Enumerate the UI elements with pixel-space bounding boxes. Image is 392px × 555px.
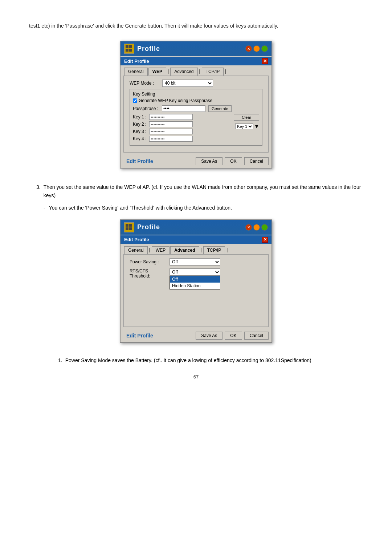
power-saving-row: Power Saving : Off On xyxy=(130,258,262,266)
keys-and-buttons: Key 1 : Key 2 : Key 3 : Key 4 : xyxy=(133,114,259,143)
title-left-1: Profile xyxy=(124,44,160,54)
close-btn-title-2[interactable]: ✕ xyxy=(245,224,252,231)
page-number: 67 xyxy=(29,374,363,380)
tabs-row-2: General | WEP Advanced | TCP/IP | xyxy=(121,244,271,254)
dropdown-arrow-1: ▼ xyxy=(254,123,259,129)
key-select[interactable]: Key 1 Key 2 Key 3 Key 4 xyxy=(235,123,253,129)
tab-general-1[interactable]: General xyxy=(124,68,148,76)
dropdown-item-off[interactable]: Off xyxy=(170,276,220,283)
save-as-button-1[interactable]: Save As xyxy=(196,157,222,165)
tab-advanced-2[interactable]: Advanced xyxy=(170,246,199,254)
footer-label-2: Edit Profile xyxy=(123,331,156,340)
wep-mode-select[interactable]: 40 bit 128 bit xyxy=(162,80,213,87)
dialog1-container: Profile ✕ Edit Profile ✕ General WEP | A… xyxy=(29,41,363,169)
key2-row: Key 2 : xyxy=(133,121,231,127)
edit-profile-label-2: Edit Profile xyxy=(124,237,149,242)
keys-column: Key 1 : Key 2 : Key 3 : Key 4 : xyxy=(133,114,231,143)
bullet-text: You can set the 'Power Saving' and 'Thre… xyxy=(49,204,232,212)
tab-wep-1[interactable]: WEP xyxy=(148,68,166,76)
generate-wep-checkbox[interactable] xyxy=(133,98,137,103)
key1-input[interactable] xyxy=(149,114,193,120)
dialog-body-2: Power Saving : Off On RTS/CTS Threshold:… xyxy=(123,254,269,327)
minimize-btn-2[interactable] xyxy=(253,224,260,231)
item3-number: 3. xyxy=(36,183,41,199)
tab-tcpip-2[interactable]: TCP/IP xyxy=(203,246,225,254)
generate-button[interactable]: Generate xyxy=(208,105,232,112)
edit-profile-bar-2: Edit Profile ✕ xyxy=(121,235,271,244)
key4-row: Key 4 : xyxy=(133,136,231,142)
maximize-btn-2[interactable] xyxy=(261,224,268,231)
rts-select[interactable]: Off Hidden Station xyxy=(170,268,220,276)
tab-sep-4: | xyxy=(148,246,151,254)
passphrase-label: Passphrase : xyxy=(133,106,162,111)
passphrase-row: Passphrase : Generate xyxy=(133,105,259,112)
tab-sep-3: | xyxy=(224,68,227,76)
key3-row: Key 3 : xyxy=(133,129,231,134)
checkbox-label: Generate WEP Key using Passphrase xyxy=(139,98,212,103)
close-btn-title-1[interactable]: ✕ xyxy=(245,45,252,52)
power-saving-select[interactable]: Off On xyxy=(170,258,220,266)
wep-mode-label: WEP Mode : xyxy=(130,81,162,86)
bullet-item-power: - You can set the 'Power Saving' and 'Th… xyxy=(44,204,363,212)
power-saving-label: Power Saving : xyxy=(130,259,170,264)
titlebar-2: Profile ✕ xyxy=(121,220,271,235)
key3-input[interactable] xyxy=(149,129,193,134)
cancel-button-2[interactable]: Cancel xyxy=(244,332,269,340)
side-buttons: Clear Key 1 Key 2 Key 3 Key 4 ▼ xyxy=(234,114,259,143)
ok-button-2[interactable]: OK xyxy=(225,332,242,340)
maximize-btn-1[interactable] xyxy=(261,45,268,52)
rts-label: RTS/CTS Threshold: xyxy=(130,268,170,279)
title-left-2: Profile xyxy=(124,222,160,232)
intro-paragraph: test1 etc) in the 'Passphrase' and click… xyxy=(29,22,363,30)
tab-advanced-1[interactable]: Advanced xyxy=(170,68,197,76)
sub-item-text: Power Saving Mode saves the Battery. (cf… xyxy=(65,357,311,363)
profile-icon-2 xyxy=(124,222,134,232)
profile-title-1: Profile xyxy=(137,45,160,53)
tab-sep-6: | xyxy=(226,246,228,254)
sub-item-1: 1. Power Saving Mode saves the Battery. … xyxy=(58,357,363,363)
save-as-button-2[interactable]: Save As xyxy=(196,332,222,340)
wep-mode-row: WEP Mode : 40 bit 128 bit xyxy=(130,80,262,87)
key1-row: Key 1 : xyxy=(133,114,231,120)
titlebar-buttons-1: ✕ xyxy=(245,45,268,52)
tabs-row-1: General WEP | Advanced | TCP/IP | xyxy=(121,65,271,76)
cancel-button-1[interactable]: Cancel xyxy=(244,157,269,165)
key2-label: Key 2 : xyxy=(133,122,149,127)
key1-label: Key 1 : xyxy=(133,114,149,119)
passphrase-input[interactable] xyxy=(162,105,205,112)
clear-button[interactable]: Clear xyxy=(234,114,259,121)
tab-tcpip-1[interactable]: TCP/IP xyxy=(202,68,224,76)
key4-label: Key 4 : xyxy=(133,136,149,141)
ok-button-1[interactable]: OK xyxy=(225,157,242,165)
minimize-btn-1[interactable] xyxy=(253,45,260,52)
key3-label: Key 3 : xyxy=(133,129,149,134)
checkbox-row: Generate WEP Key using Passphrase xyxy=(133,98,259,103)
dropdown-item-hidden-station[interactable]: Hidden Station xyxy=(170,283,220,289)
tab-general-2[interactable]: General xyxy=(124,246,148,254)
bullet-dash: - xyxy=(44,204,45,212)
footer-bar-2: Edit Profile Save As OK Cancel xyxy=(121,330,271,342)
tab-wep-2[interactable]: WEP xyxy=(152,246,170,254)
item3-text: Then you set the same value to the WEP o… xyxy=(44,183,363,199)
key2-input[interactable] xyxy=(149,121,193,127)
profile-title-2: Profile xyxy=(137,223,160,231)
key-setting-group: Key Setting Generate WEP Key using Passp… xyxy=(130,89,262,146)
key-setting-legend: Key Setting xyxy=(133,92,259,97)
profile-window-2: Profile ✕ Edit Profile ✕ General | WEP A… xyxy=(120,219,272,343)
footer-bar-1: Edit Profile Save As OK Cancel xyxy=(121,155,271,168)
key4-input[interactable] xyxy=(149,136,193,142)
tab-sep-2: | xyxy=(199,68,201,76)
titlebar-1: Profile ✕ xyxy=(121,41,271,56)
rts-row: RTS/CTS Threshold: Off Hidden Station Of… xyxy=(130,268,262,279)
tab-sep-5: | xyxy=(200,246,203,254)
titlebar-buttons-2: ✕ xyxy=(245,224,268,231)
footer-label-1: Edit Profile xyxy=(123,157,156,166)
numbered-item-3: 3. Then you set the same value to the WE… xyxy=(36,183,363,199)
dialog-body-1: WEP Mode : 40 bit 128 bit Key Setting Ge… xyxy=(123,76,269,153)
profile-window-1: Profile ✕ Edit Profile ✕ General WEP | A… xyxy=(120,41,272,169)
tab-sep-1: | xyxy=(167,68,170,76)
close-x-1[interactable]: ✕ xyxy=(262,58,268,64)
profile-icon-1 xyxy=(124,44,134,54)
close-x-2[interactable]: ✕ xyxy=(262,237,268,243)
edit-profile-bar-1: Edit Profile ✕ xyxy=(121,57,271,65)
